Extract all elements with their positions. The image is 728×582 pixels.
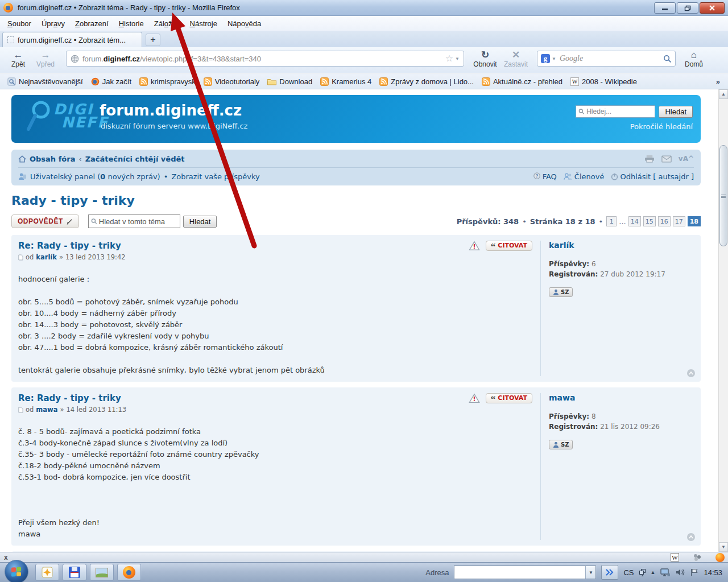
bookmark-krimispravysk[interactable]: krimispravysk [135, 76, 200, 87]
logout-link[interactable]: Odhlásit [ autsajdr ] [611, 172, 694, 181]
bookmark-2008-wikipedie[interactable]: W2008 - Wikipedie [566, 76, 641, 87]
taskbar-clock[interactable]: 14:53 [704, 568, 722, 577]
private-message-button[interactable]: SZ [549, 287, 573, 297]
forum-search-button[interactable]: Hledat [659, 106, 693, 118]
breadcrumb-section[interactable]: Začátečníci chtějí vědět [85, 155, 185, 163]
back-to-top-button[interactable] [687, 369, 695, 377]
address-bar[interactable]: forum.digineff.cz/viewtopic.php?f=3&t=43… [66, 51, 464, 67]
home-button[interactable]: ⌂ Domů [679, 49, 709, 68]
combo-dropdown-icon[interactable]: ▼ [585, 566, 595, 579]
reply-button[interactable]: ODPOVĚDĚT [11, 214, 79, 228]
breadcrumb-separator: ‹ [78, 155, 81, 163]
bookmark-nejnavstevovanejsi[interactable]: Nejnavštěvovanější [3, 76, 87, 87]
addon-bar-close-button[interactable]: x [0, 554, 12, 562]
user-panel-link[interactable]: Uživatelský panel (0 nových zpráv) [30, 172, 160, 181]
bookmark-star-icon[interactable]: ☆ [445, 54, 453, 63]
stop-button[interactable]: ✕ Zastavit [500, 49, 531, 68]
page-button-16[interactable]: 16 [658, 216, 671, 226]
quote-button[interactable]: “ CITOVAT [486, 393, 532, 403]
bookmark-download[interactable]: Download [263, 76, 316, 87]
profile-username[interactable]: mawa [549, 393, 694, 402]
restore-button[interactable] [677, 2, 698, 14]
bookmark-aktualne-cz-prehled[interactable]: Aktuálně.cz - přehled [478, 76, 566, 87]
quick-launch-save-button[interactable] [63, 564, 86, 581]
search-magnifier-icon[interactable] [663, 55, 672, 63]
font-size-icon[interactable]: vA^ [679, 155, 694, 163]
menu-upravy[interactable]: Úpravy [36, 18, 70, 30]
reload-button[interactable]: ↻ Obnovit [470, 49, 500, 68]
firefox-addon-icon[interactable] [715, 553, 725, 562]
start-button[interactable] [5, 560, 28, 582]
bookmarks-overflow-button[interactable]: » [712, 77, 725, 86]
quick-launch-photo-button[interactable] [90, 564, 114, 581]
profile-username[interactable]: karlík [549, 241, 694, 250]
site-title[interactable]: forum.digineff.cz [100, 102, 242, 119]
address-combo[interactable]: ▼ [454, 566, 596, 579]
scrollbar-thumb[interactable] [719, 145, 727, 246]
layout-indicator-icon[interactable] [639, 569, 646, 576]
faq-link[interactable]: ? FAQ [533, 172, 557, 181]
page-button-18[interactable]: 18 [688, 216, 701, 226]
quote-button[interactable]: “ CITOVAT [486, 241, 532, 251]
network-icon[interactable] [660, 568, 671, 577]
language-indicator[interactable]: CS [623, 568, 634, 577]
menu-zalozky[interactable]: Záložky [149, 18, 185, 30]
bookmark-dropdown-icon[interactable]: ▼ [455, 56, 460, 61]
topic-search-button[interactable]: Hledat [183, 216, 217, 228]
minimize-button[interactable] [654, 2, 676, 14]
action-center-flag-icon[interactable] [690, 568, 698, 576]
advanced-search-link[interactable]: Pokročilé hledání [630, 122, 693, 131]
topic-search-field[interactable] [88, 214, 180, 228]
bookmark-kramerius-4[interactable]: Kramerius 4 [316, 76, 375, 87]
author-link[interactable]: karlík [36, 253, 57, 261]
page-button-14[interactable]: 14 [628, 216, 641, 226]
forum-search-field[interactable] [576, 105, 655, 118]
author-link[interactable]: mawa [36, 406, 57, 414]
forum-search-input[interactable] [586, 108, 652, 115]
bookmark-zpravy-z-domova-lido[interactable]: Zprávy z domova | Lido... [375, 76, 478, 87]
menu-napoveda[interactable]: Nápověda [222, 18, 266, 30]
menu-zobrazeni[interactable]: Zobrazení [70, 18, 114, 30]
print-icon[interactable] [644, 155, 655, 163]
vertical-scrollbar[interactable]: ▲ ▼ [718, 89, 728, 552]
page-button-17[interactable]: 17 [673, 216, 685, 226]
breadcrumb-forum-index[interactable]: Obsah fóra [30, 155, 75, 163]
tab-forum-digineff[interactable]: forum.digineff.cz • Zobrazit tém... [2, 32, 142, 47]
quick-launch-app-button[interactable] [35, 564, 59, 581]
scroll-down-arrow[interactable]: ▼ [719, 542, 728, 552]
volume-icon[interactable] [676, 568, 685, 576]
close-button[interactable] [700, 2, 725, 14]
back-to-top-button[interactable] [687, 533, 695, 541]
report-icon[interactable]: ! [469, 241, 480, 251]
post-title-link[interactable]: Re: Rady - tipy - triky [18, 393, 531, 403]
forward-button[interactable]: → Vpřed [32, 49, 59, 68]
your-posts-link[interactable]: Zobrazit vaše příspěvky [171, 172, 259, 181]
menu-nastroje[interactable]: Nástroje [185, 18, 222, 30]
google-engine-icon[interactable]: g [541, 54, 550, 63]
web-search-input[interactable] [560, 54, 663, 63]
menu-historie[interactable]: Historie [114, 18, 149, 30]
email-icon[interactable] [661, 155, 672, 163]
show-hidden-icons-button[interactable]: ▲ [651, 569, 656, 575]
engine-dropdown-icon[interactable]: ▼ [552, 56, 556, 61]
bookmark-jak-zacit[interactable]: Jak začít [87, 76, 135, 87]
go-button[interactable] [601, 565, 618, 580]
wikipedia-addon-icon[interactable]: W [671, 553, 679, 562]
private-message-button[interactable]: SZ [549, 440, 573, 449]
quick-launch-firefox-button[interactable] [117, 564, 141, 581]
home-crumb-icon[interactable] [18, 155, 26, 163]
bookmark-videotutorialy[interactable]: Videotutorialy [200, 76, 264, 87]
scroll-up-arrow[interactable]: ▲ [719, 89, 728, 99]
address-combo-input[interactable] [454, 566, 585, 579]
topic-search-input[interactable] [99, 217, 177, 226]
search-box[interactable]: g ▼ [537, 51, 676, 67]
members-link[interactable]: Členové [564, 172, 605, 181]
addon-molecule-icon[interactable] [693, 554, 702, 562]
page-button-15[interactable]: 15 [643, 216, 656, 226]
menu-soubor[interactable]: Soubor [2, 18, 36, 30]
new-tab-button[interactable]: + [146, 34, 160, 46]
page-button-1[interactable]: 1 [606, 216, 617, 226]
report-icon[interactable]: ! [469, 393, 480, 403]
back-button[interactable]: ← Zpět [5, 49, 32, 68]
post-title-link[interactable]: Re: Rady - tipy - triky [18, 241, 531, 251]
